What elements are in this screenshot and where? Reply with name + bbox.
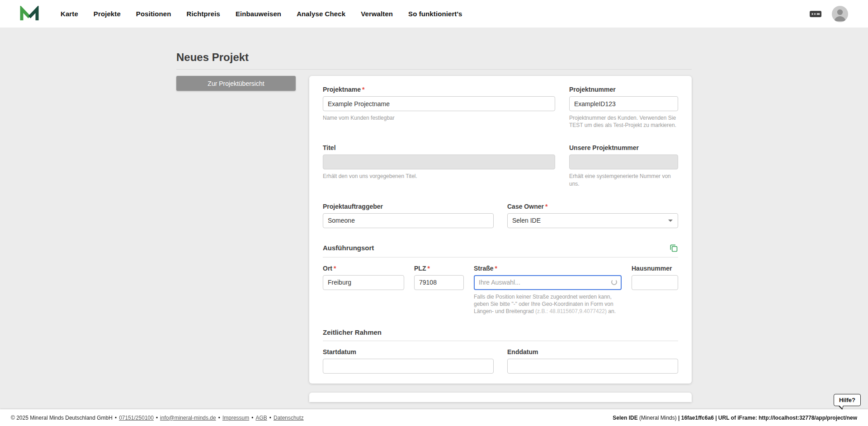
required-marker: * <box>545 203 547 210</box>
ort-label: Ort* <box>323 265 404 272</box>
nav-item-positionen[interactable]: Positionen <box>136 10 171 18</box>
titel-input <box>323 154 555 169</box>
keyboard-icon[interactable] <box>809 9 822 19</box>
nav-item-richtpreis[interactable]: Richtpreis <box>187 10 220 18</box>
nav-item-analyse-check[interactable]: Analyse Check <box>297 10 345 18</box>
main-content: Neues Projekt Zur Projektübersicht Proje… <box>0 28 868 402</box>
main-nav: Karte Projekte Positionen Richtpreis Ein… <box>61 10 462 18</box>
back-to-project-overview-button[interactable]: Zur Projektübersicht <box>176 76 296 91</box>
case-owner-select[interactable] <box>507 213 678 228</box>
nav-item-einbauweisen[interactable]: Einbauweisen <box>236 10 281 18</box>
nav-item-projekte[interactable]: Projekte <box>94 10 121 18</box>
required-marker: * <box>334 265 336 272</box>
case-owner-label: Case Owner* <box>507 203 678 210</box>
nav-item-karte[interactable]: Karte <box>61 10 78 18</box>
projektname-label: Projektname* <box>323 86 555 93</box>
section-title-ausfuehrungsort: Ausführungsort <box>323 244 374 252</box>
page-title: Neues Projekt <box>176 51 692 64</box>
titel-helper: Erhält den von uns vorgegebenen Titel. <box>323 173 555 180</box>
projektname-input[interactable] <box>323 96 555 111</box>
top-navigation-bar: Karte Projekte Positionen Richtpreis Ein… <box>0 0 868 28</box>
ort-input[interactable] <box>323 275 404 290</box>
new-project-form-card: Projektname* Name vom Kunden festlegbar … <box>309 76 692 384</box>
app-logo[interactable] <box>20 6 39 22</box>
strasse-helper: Falls die Position keiner Straße zugeord… <box>474 293 622 315</box>
strasse-input[interactable] <box>474 275 622 290</box>
hausnummer-label: Hausnummer <box>632 265 678 272</box>
projektnummer-label: Projektnummer <box>569 86 678 93</box>
unsere-projektnummer-input <box>569 154 678 169</box>
title-divider <box>176 69 692 70</box>
projektnummer-input[interactable] <box>569 96 678 111</box>
footer-session-info: Selen IDE (Mineral Minds) | 16fae1ffc6a6… <box>613 415 857 421</box>
projektname-helper: Name vom Kunden festlegbar <box>323 114 555 122</box>
footer-left: © 2025 Mineral Minds Deutschland GmbH • … <box>11 415 304 421</box>
nav-item-so-funktionierts[interactable]: So funktioniert's <box>408 10 462 18</box>
footer-bar: © 2025 Mineral Minds Deutschland GmbH • … <box>0 409 868 426</box>
header-actions <box>809 6 848 22</box>
section-title-zeitlicher-rahmen: Zeitlicher Rahmen <box>323 328 382 336</box>
footer-agb-link[interactable]: AGB <box>255 415 267 421</box>
enddatum-label: Enddatum <box>507 348 678 356</box>
hausnummer-input[interactable] <box>632 275 678 290</box>
required-marker: * <box>427 265 429 272</box>
plz-label: PLZ* <box>414 265 464 272</box>
plz-input[interactable] <box>414 275 464 290</box>
footer-datenschutz-link[interactable]: Datenschutz <box>274 415 304 421</box>
nav-item-verwalten[interactable]: Verwalten <box>361 10 393 18</box>
startdatum-label: Startdatum <box>323 348 494 356</box>
projektauftraggeber-label: Projektauftraggeber <box>323 203 494 210</box>
logo-icon <box>20 6 39 22</box>
required-marker: * <box>362 86 364 93</box>
chevron-down-icon <box>668 220 673 222</box>
case-owner-value[interactable] <box>507 213 678 228</box>
projektnummer-helper: Projektnummer des Kunden. Verwenden Sie … <box>569 114 678 129</box>
footer-impressum-link[interactable]: Impressum <box>222 415 249 421</box>
copy-icon[interactable] <box>669 243 678 253</box>
enddatum-input[interactable] <box>507 359 678 374</box>
footer-copyright: © 2025 Mineral Minds Deutschland GmbH <box>11 415 113 421</box>
startdatum-input[interactable] <box>323 359 494 374</box>
projektauftraggeber-input[interactable] <box>323 213 494 228</box>
unsere-projektnummer-label: Unsere Projektnummer <box>569 144 678 151</box>
strasse-label: Straße* <box>474 265 622 272</box>
footer-phone-link[interactable]: 07151/250100 <box>119 415 154 421</box>
footer-email-link[interactable]: info@mineral-minds.de <box>160 415 216 421</box>
help-button[interactable]: Hilfe? <box>834 394 861 406</box>
footer-user: Selen IDE <box>613 415 637 421</box>
next-section-card-edge <box>309 393 692 402</box>
unsere-projektnummer-helper: Erhält eine systemgenerierte Nummer von … <box>569 173 678 187</box>
titel-label: Titel <box>323 144 555 151</box>
user-avatar[interactable] <box>832 6 848 22</box>
required-marker: * <box>495 265 497 272</box>
